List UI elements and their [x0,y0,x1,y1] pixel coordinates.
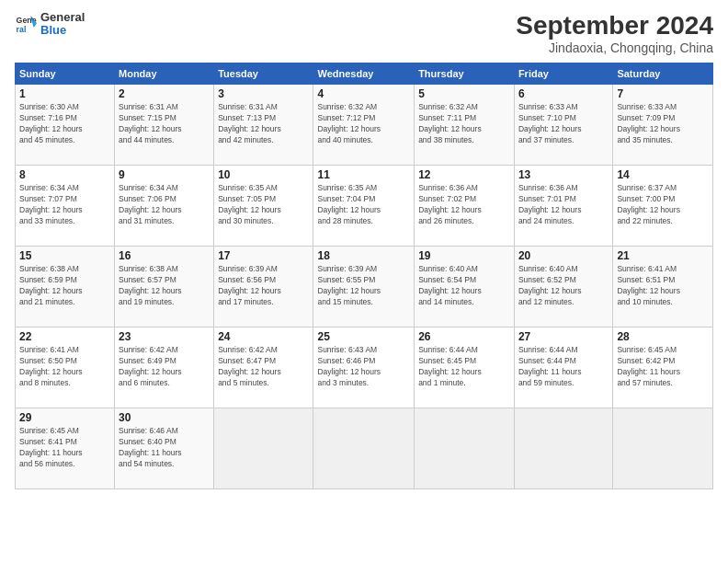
day-info: Sunrise: 6:38 AM Sunset: 6:57 PM Dayligh… [119,264,210,308]
calendar-week-row: 1Sunrise: 6:30 AM Sunset: 7:16 PM Daylig… [16,85,713,166]
day-info: Sunrise: 6:32 AM Sunset: 7:11 PM Dayligh… [418,102,510,146]
calendar-cell: 28Sunrise: 6:45 AM Sunset: 6:42 PM Dayli… [613,327,713,408]
day-number: 28 [617,330,709,343]
calendar-cell: 30Sunrise: 6:46 AM Sunset: 6:40 PM Dayli… [115,408,214,489]
day-number: 9 [119,168,210,181]
month-title: September 2024 [516,11,713,40]
weekday-header-sunday: Sunday [16,63,115,85]
calendar-cell: 5Sunrise: 6:32 AM Sunset: 7:11 PM Daylig… [415,85,515,166]
day-info: Sunrise: 6:45 AM Sunset: 6:41 PM Dayligh… [19,426,110,470]
calendar-cell: 4Sunrise: 6:32 AM Sunset: 7:12 PM Daylig… [313,85,415,166]
calendar-cell: 24Sunrise: 6:42 AM Sunset: 6:47 PM Dayli… [214,327,313,408]
day-number: 1 [19,87,110,100]
calendar-cell: 29Sunrise: 6:45 AM Sunset: 6:41 PM Dayli… [16,408,115,489]
day-info: Sunrise: 6:38 AM Sunset: 6:59 PM Dayligh… [19,264,110,308]
day-info: Sunrise: 6:43 AM Sunset: 6:46 PM Dayligh… [317,345,410,389]
calendar-cell: 2Sunrise: 6:31 AM Sunset: 7:15 PM Daylig… [115,85,214,166]
day-number: 11 [317,168,410,181]
day-info: Sunrise: 6:33 AM Sunset: 7:10 PM Dayligh… [518,102,609,146]
weekday-header-friday: Friday [514,63,612,85]
calendar-cell: 16Sunrise: 6:38 AM Sunset: 6:57 PM Dayli… [115,247,214,327]
calendar-cell: 10Sunrise: 6:35 AM Sunset: 7:05 PM Dayli… [214,166,313,247]
day-number: 23 [119,330,210,343]
calendar-week-row: 22Sunrise: 6:41 AM Sunset: 6:50 PM Dayli… [16,327,713,408]
day-number: 2 [119,87,210,100]
day-info: Sunrise: 6:34 AM Sunset: 7:07 PM Dayligh… [19,183,110,227]
calendar-cell [514,408,612,489]
day-number: 8 [19,168,110,181]
calendar-cell: 20Sunrise: 6:40 AM Sunset: 6:52 PM Dayli… [514,247,612,327]
day-info: Sunrise: 6:44 AM Sunset: 6:44 PM Dayligh… [518,345,609,389]
day-number: 14 [617,168,709,181]
calendar-cell: 1Sunrise: 6:30 AM Sunset: 7:16 PM Daylig… [16,85,115,166]
calendar-cell: 14Sunrise: 6:37 AM Sunset: 7:00 PM Dayli… [613,166,713,247]
day-info: Sunrise: 6:32 AM Sunset: 7:12 PM Dayligh… [317,102,410,146]
logo-text-bottom: Blue [40,24,85,37]
weekday-header-saturday: Saturday [613,63,713,85]
day-number: 5 [418,87,510,100]
calendar-cell [214,408,313,489]
day-info: Sunrise: 6:31 AM Sunset: 7:13 PM Dayligh… [218,102,309,146]
day-info: Sunrise: 6:37 AM Sunset: 7:00 PM Dayligh… [617,183,709,227]
calendar-cell: 13Sunrise: 6:36 AM Sunset: 7:01 PM Dayli… [514,166,612,247]
day-number: 3 [218,87,309,100]
logo: Gene ral General Blue [15,11,85,38]
day-info: Sunrise: 6:35 AM Sunset: 7:04 PM Dayligh… [317,183,410,227]
day-number: 17 [218,249,309,262]
day-info: Sunrise: 6:35 AM Sunset: 7:05 PM Dayligh… [218,183,309,227]
calendar-cell: 23Sunrise: 6:42 AM Sunset: 6:49 PM Dayli… [115,327,214,408]
weekday-header-monday: Monday [115,63,214,85]
day-info: Sunrise: 6:44 AM Sunset: 6:45 PM Dayligh… [418,345,510,389]
weekday-header-wednesday: Wednesday [313,63,415,85]
calendar-cell: 26Sunrise: 6:44 AM Sunset: 6:45 PM Dayli… [415,327,515,408]
day-number: 4 [317,87,410,100]
day-info: Sunrise: 6:30 AM Sunset: 7:16 PM Dayligh… [19,102,110,146]
calendar-cell: 17Sunrise: 6:39 AM Sunset: 6:56 PM Dayli… [214,247,313,327]
day-info: Sunrise: 6:40 AM Sunset: 6:54 PM Dayligh… [418,264,510,308]
day-info: Sunrise: 6:40 AM Sunset: 6:52 PM Dayligh… [518,264,609,308]
day-info: Sunrise: 6:45 AM Sunset: 6:42 PM Dayligh… [617,345,709,389]
day-number: 30 [119,411,210,424]
calendar-cell: 9Sunrise: 6:34 AM Sunset: 7:06 PM Daylig… [115,166,214,247]
day-info: Sunrise: 6:41 AM Sunset: 6:51 PM Dayligh… [617,264,709,308]
day-number: 21 [617,249,709,262]
day-number: 13 [518,168,609,181]
day-number: 20 [518,249,609,262]
calendar-cell [415,408,515,489]
day-number: 26 [418,330,510,343]
day-info: Sunrise: 6:46 AM Sunset: 6:40 PM Dayligh… [119,426,210,470]
calendar-cell: 12Sunrise: 6:36 AM Sunset: 7:02 PM Dayli… [415,166,515,247]
calendar-cell: 6Sunrise: 6:33 AM Sunset: 7:10 PM Daylig… [514,85,612,166]
calendar-week-row: 29Sunrise: 6:45 AM Sunset: 6:41 PM Dayli… [16,408,713,489]
calendar-cell: 18Sunrise: 6:39 AM Sunset: 6:55 PM Dayli… [313,247,415,327]
calendar-cell: 22Sunrise: 6:41 AM Sunset: 6:50 PM Dayli… [16,327,115,408]
calendar-cell: 27Sunrise: 6:44 AM Sunset: 6:44 PM Dayli… [514,327,612,408]
day-number: 27 [518,330,609,343]
day-info: Sunrise: 6:39 AM Sunset: 6:56 PM Dayligh… [218,264,309,308]
day-info: Sunrise: 6:36 AM Sunset: 7:01 PM Dayligh… [518,183,609,227]
day-number: 6 [518,87,609,100]
page-header: Gene ral General Blue September 2024 Jin… [15,11,713,55]
day-number: 15 [19,249,110,262]
location-subtitle: Jindaoxia, Chongqing, China [516,40,713,55]
day-info: Sunrise: 6:42 AM Sunset: 6:47 PM Dayligh… [218,345,309,389]
day-info: Sunrise: 6:33 AM Sunset: 7:09 PM Dayligh… [617,102,709,146]
day-info: Sunrise: 6:31 AM Sunset: 7:15 PM Dayligh… [119,102,210,146]
calendar-table: SundayMondayTuesdayWednesdayThursdayFrid… [15,63,713,489]
day-info: Sunrise: 6:39 AM Sunset: 6:55 PM Dayligh… [317,264,410,308]
day-info: Sunrise: 6:36 AM Sunset: 7:02 PM Dayligh… [418,183,510,227]
day-number: 29 [19,411,110,424]
day-number: 19 [418,249,510,262]
calendar-cell: 7Sunrise: 6:33 AM Sunset: 7:09 PM Daylig… [613,85,713,166]
day-number: 22 [19,330,110,343]
calendar-cell: 25Sunrise: 6:43 AM Sunset: 6:46 PM Dayli… [313,327,415,408]
logo-text-top: General [40,11,85,24]
day-number: 16 [119,249,210,262]
logo-icon: Gene ral [15,13,37,35]
day-info: Sunrise: 6:41 AM Sunset: 6:50 PM Dayligh… [19,345,110,389]
calendar-cell: 15Sunrise: 6:38 AM Sunset: 6:59 PM Dayli… [16,247,115,327]
calendar-cell: 8Sunrise: 6:34 AM Sunset: 7:07 PM Daylig… [16,166,115,247]
weekday-header-thursday: Thursday [415,63,515,85]
calendar-cell: 21Sunrise: 6:41 AM Sunset: 6:51 PM Dayli… [613,247,713,327]
day-number: 10 [218,168,309,181]
